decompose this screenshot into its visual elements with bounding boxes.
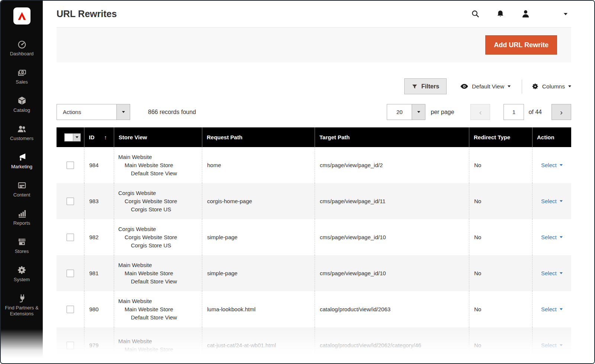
- select-all-checkbox[interactable]: [64, 133, 81, 142]
- toolbar-divider: [522, 79, 522, 94]
- row-redirect-type: No: [469, 255, 532, 291]
- catalog-icon: [17, 96, 27, 105]
- per-page-value: 20: [387, 104, 412, 120]
- sidebar: Dashboard Sales Catalog Customers Market…: [1, 1, 43, 363]
- system-icon: [17, 265, 27, 275]
- row-checkbox[interactable]: [67, 162, 74, 169]
- store-view-line: Main Website Store: [118, 269, 173, 277]
- sort-ascending-icon: ↑: [104, 134, 107, 140]
- row-id: 981: [84, 255, 114, 291]
- row-select-action[interactable]: Select: [541, 162, 563, 168]
- row-checkbox[interactable]: [67, 342, 74, 349]
- per-page-label: per page: [431, 109, 454, 116]
- page-title: URL Rewrites: [57, 9, 471, 19]
- stores-icon: [17, 237, 27, 247]
- select-caret-icon: [560, 344, 563, 346]
- sidebar-item-sales[interactable]: Sales: [1, 68, 43, 85]
- marketing-icon: [17, 152, 27, 162]
- notifications-icon[interactable]: [496, 10, 505, 18]
- row-request-path: luma-lookbook.html: [202, 291, 315, 327]
- columns-selector[interactable]: Columns: [532, 83, 571, 90]
- column-header-id[interactable]: ID ↑: [84, 127, 114, 147]
- sidebar-item-system[interactable]: System: [1, 265, 43, 283]
- row-store-view: Main WebsiteMain Website StoreDefault St…: [114, 291, 202, 327]
- per-page-caret: [412, 104, 425, 120]
- row-checkbox[interactable]: [67, 198, 74, 205]
- dashboard-icon: [17, 39, 27, 49]
- select-caret-icon: [560, 272, 563, 274]
- store-view-line: Default Store View: [118, 169, 177, 178]
- actions-select[interactable]: Actions: [57, 104, 130, 120]
- store-view-line: Corgis Website: [118, 225, 156, 233]
- store-view-line: Corgis Website Store: [118, 197, 177, 205]
- row-request-path: simple-page: [202, 255, 315, 291]
- main-area: URL Rewrites Add URL Rewrite Filters: [43, 1, 594, 363]
- store-view-line: Default Store View: [118, 313, 177, 322]
- sidebar-item-content[interactable]: Content: [1, 181, 43, 198]
- row-select-action[interactable]: Select: [541, 306, 563, 312]
- row-target-path: catalog/product/view/id/2063: [315, 291, 469, 327]
- row-request-path: simple-page: [202, 219, 315, 255]
- sales-icon: [17, 68, 27, 77]
- row-redirect-type: No: [469, 219, 532, 255]
- actions-select-caret: [116, 104, 130, 120]
- view-selector[interactable]: Default View: [460, 82, 511, 91]
- account-icon[interactable]: [521, 9, 530, 19]
- grid-actions-row: Actions 866 records found 20 per page ‹ …: [57, 104, 571, 120]
- grid-body: 984 Main WebsiteMain Website StoreDefaul…: [57, 147, 571, 363]
- sidebar-item-customers[interactable]: Customers: [1, 124, 43, 142]
- row-store-view: Main WebsiteMain Website Store: [114, 327, 202, 363]
- admin-menu-caret-icon[interactable]: [564, 13, 567, 15]
- select-all-header-cell: [57, 127, 84, 147]
- store-view-line: Main Website: [118, 153, 152, 161]
- column-header-store-view[interactable]: Store View: [114, 127, 202, 147]
- filters-button[interactable]: Filters: [404, 78, 447, 94]
- row-select-action[interactable]: Select: [541, 234, 563, 240]
- row-select-action[interactable]: Select: [541, 342, 563, 348]
- customers-icon: [17, 124, 27, 134]
- view-caret-icon: [508, 85, 511, 87]
- store-view-line: Corgis Website Store: [118, 233, 177, 241]
- filters-label: Filters: [421, 83, 439, 90]
- select-all-caret-icon: [73, 134, 80, 141]
- sidebar-item-reports[interactable]: Reports: [1, 209, 43, 226]
- column-header-redirect-type[interactable]: Redirect Type: [469, 127, 532, 147]
- row-select-action[interactable]: Select: [541, 198, 563, 204]
- row-request-path: cat-just-cat/24-at-wb01.html: [202, 327, 315, 363]
- row-request-path: home: [202, 147, 315, 183]
- row-store-view: Corgis WebsiteCorgis Website StoreCorgis…: [114, 219, 202, 255]
- row-target-path: cms/page/view/page_id/10: [315, 255, 469, 291]
- previous-page-button[interactable]: ‹: [470, 104, 490, 120]
- row-checkbox[interactable]: [67, 270, 74, 277]
- row-redirect-type: No: [469, 183, 532, 219]
- row-checkbox[interactable]: [67, 234, 74, 241]
- store-view-line: Main Website: [118, 337, 152, 345]
- column-header-request-path[interactable]: Request Path: [202, 127, 315, 147]
- header-icons: [471, 9, 567, 19]
- adobe-logo[interactable]: [13, 7, 30, 25]
- per-page-select[interactable]: 20: [387, 104, 425, 120]
- grid-header-row: ID ↑ Store View Request Path Target Path…: [57, 127, 571, 147]
- sidebar-item-dashboard[interactable]: Dashboard: [1, 39, 43, 57]
- row-redirect-type: No: [469, 291, 532, 327]
- row-checkbox[interactable]: [67, 306, 74, 313]
- content-icon: [17, 181, 27, 190]
- row-select-action[interactable]: Select: [541, 270, 563, 276]
- search-icon[interactable]: [471, 10, 480, 18]
- store-view-line: Main Website: [118, 261, 152, 269]
- total-pages-label: of 44: [528, 109, 542, 116]
- next-page-button[interactable]: ›: [551, 104, 571, 120]
- sidebar-item-stores[interactable]: Stores: [1, 237, 43, 254]
- store-view-line: Main Website Store: [118, 345, 173, 354]
- sidebar-item-find-partners-extensions[interactable]: Find Partners & Extensions: [1, 293, 43, 317]
- row-id: 983: [84, 183, 114, 219]
- store-view-line: Main Website Store: [118, 305, 173, 313]
- page-number-input[interactable]: [504, 104, 524, 120]
- row-request-path: corgis-home-page: [202, 183, 315, 219]
- reports-icon: [17, 209, 27, 218]
- row-target-path: cms/page/view/page_id/2: [315, 147, 469, 183]
- column-header-target-path[interactable]: Target Path: [315, 127, 469, 147]
- add-url-rewrite-button[interactable]: Add URL Rewrite: [485, 35, 557, 55]
- sidebar-item-marketing[interactable]: Marketing: [1, 152, 43, 170]
- sidebar-item-catalog[interactable]: Catalog: [1, 96, 43, 113]
